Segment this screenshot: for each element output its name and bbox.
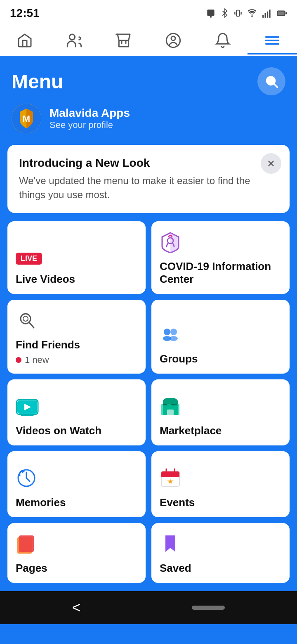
menu-icon — [264, 32, 280, 49]
profile-name: Malavida Apps — [50, 107, 130, 120]
svg-point-15 — [69, 34, 75, 40]
svg-rect-11 — [267, 12, 268, 18]
svg-rect-10 — [265, 13, 266, 18]
profile-sub-label: See your profile — [50, 120, 130, 130]
bell-icon — [214, 32, 231, 49]
content-area: Introducing a New Look We've updated the… — [0, 145, 297, 591]
svg-point-33 — [170, 336, 178, 341]
search-icon — [264, 74, 278, 88]
signal-icon — [262, 8, 272, 19]
memories-icon — [16, 467, 137, 490]
nav-marketplace[interactable] — [109, 30, 139, 51]
svg-point-1 — [210, 16, 212, 18]
friends-icon — [66, 32, 82, 49]
nav-menu[interactable] — [257, 30, 287, 51]
menu-grid: LIVE Live Videos COVID-19 Informati — [7, 221, 290, 583]
nav-notifications[interactable] — [208, 30, 238, 51]
groups-card[interactable]: Groups — [151, 300, 290, 374]
blue-content-area: Menu M Malavida Apps See your profile — [0, 56, 297, 591]
live-videos-label: Live Videos — [16, 273, 137, 286]
memories-card[interactable]: Memories — [7, 451, 146, 517]
svg-rect-9 — [262, 15, 264, 18]
svg-rect-0 — [207, 9, 214, 16]
svg-point-29 — [23, 316, 28, 321]
covid-icon — [160, 231, 281, 254]
vibrate-icon — [233, 8, 243, 19]
find-friends-card[interactable]: Find Friends 1 new — [7, 300, 146, 374]
battery-icon — [276, 8, 287, 19]
saved-card[interactable]: Saved — [151, 523, 290, 583]
svg-line-22 — [274, 84, 277, 87]
status-bar: 12:51 — [0, 0, 297, 25]
banner-title: Introducing a New Look — [19, 156, 278, 170]
marketplace-card[interactable]: Marketplace — [151, 379, 290, 445]
videos-on-watch-card[interactable]: Videos on Watch — [7, 379, 146, 445]
banner-body: We've updated the menu to make it easier… — [19, 174, 278, 201]
nav-profile[interactable] — [158, 30, 188, 51]
covid-label: COVID-19 Information Center — [160, 260, 281, 286]
find-friends-label: Find Friends — [16, 339, 137, 351]
avatar: M — [12, 104, 41, 133]
svg-rect-42 — [167, 410, 174, 415]
svg-rect-2 — [236, 10, 239, 17]
watch-icon — [16, 399, 137, 419]
pages-label: Pages — [16, 562, 137, 575]
new-indicator — [16, 357, 21, 363]
svg-rect-14 — [278, 12, 284, 15]
page-title: Menu — [12, 70, 63, 93]
profile-nav-icon — [165, 32, 182, 49]
marketplace-label: Marketplace — [160, 424, 281, 437]
wifi-icon — [247, 8, 257, 19]
svg-text:M: M — [23, 114, 30, 124]
close-icon — [266, 159, 276, 168]
back-button[interactable]: < — [72, 599, 81, 616]
status-icons — [205, 8, 287, 19]
events-card[interactable]: Events — [151, 451, 290, 517]
search-button[interactable] — [257, 67, 285, 95]
notification-status-icon — [205, 8, 216, 19]
find-friends-icon — [16, 310, 137, 333]
events-icon — [160, 467, 281, 490]
svg-marker-8 — [251, 16, 253, 18]
nav-bar — [0, 25, 297, 56]
pages-icon — [16, 533, 137, 556]
profile-row[interactable]: M Malavida Apps See your profile — [0, 104, 297, 145]
menu-header: Menu — [0, 56, 297, 104]
svg-point-31 — [170, 329, 177, 335]
saved-icon — [160, 533, 281, 556]
live-icon: LIVE — [16, 253, 137, 267]
close-banner-button[interactable] — [261, 153, 281, 174]
marketplace-icon — [160, 395, 281, 419]
saved-label: Saved — [160, 562, 281, 575]
svg-rect-54 — [19, 535, 34, 552]
groups-label: Groups — [160, 353, 281, 365]
nav-friends[interactable] — [59, 30, 89, 51]
live-videos-card[interactable]: LIVE Live Videos — [7, 221, 146, 294]
svg-rect-12 — [269, 9, 270, 18]
memories-label: Memories — [16, 496, 137, 509]
pages-card[interactable]: Pages — [7, 523, 146, 583]
find-friends-new: 1 new — [16, 355, 137, 365]
intro-banner: Introducing a New Look We've updated the… — [7, 145, 290, 213]
bottom-nav: < — [0, 591, 297, 624]
store-icon — [116, 32, 132, 49]
videos-on-watch-label: Videos on Watch — [16, 424, 137, 437]
home-indicator[interactable] — [192, 606, 225, 610]
events-label: Events — [160, 496, 281, 509]
bluetooth-icon — [220, 8, 229, 19]
svg-point-30 — [164, 329, 170, 335]
svg-point-17 — [171, 36, 175, 40]
status-time: 12:51 — [10, 7, 40, 20]
svg-rect-48 — [161, 476, 179, 477]
covid-card[interactable]: COVID-19 Information Center — [151, 221, 290, 294]
nav-home[interactable] — [10, 30, 40, 51]
svg-line-28 — [29, 322, 34, 328]
avatar-image: M — [12, 104, 41, 133]
home-icon — [16, 32, 33, 49]
groups-icon — [160, 324, 281, 347]
profile-info: Malavida Apps See your profile — [50, 107, 130, 130]
